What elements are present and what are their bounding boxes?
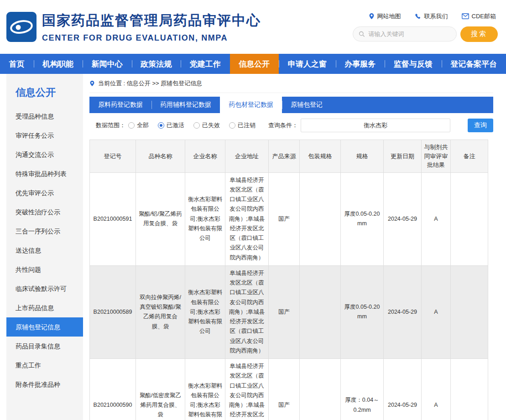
col-remark: 备注	[451, 140, 488, 173]
contact-label: 联系我们	[424, 12, 448, 21]
col-product-name: 品种名称	[136, 140, 185, 173]
col-origin: 产品来源	[269, 140, 300, 173]
cell-review-result: A	[422, 172, 451, 265]
nav-item-party[interactable]: 党建工作	[181, 54, 230, 74]
radio-cancelled[interactable]: 已注销	[229, 121, 256, 130]
radio-all-dot	[128, 122, 135, 129]
nav-item-supervision[interactable]: 监督与反馈	[385, 54, 442, 74]
nav-item-applicant-window[interactable]: 申请人之窗	[279, 54, 336, 74]
cell-reg-no: B20210000590	[90, 359, 136, 420]
sitemap-link[interactable]: 网站地图	[369, 12, 401, 21]
sidebar-item-marketed-drugs[interactable]: 上市药品信息	[6, 298, 83, 317]
cell-updated: 2024-05-29	[384, 172, 422, 265]
sidebar-item-accepted-varieties[interactable]: 受理品种信息	[6, 107, 83, 126]
cell-company: 衡水杰彩塑料包装有限公司;衡水杰彩塑料包装有限公司	[185, 359, 225, 420]
tab-api-registration-data[interactable]: 原料药登记数据	[89, 97, 151, 113]
search-input[interactable]	[368, 31, 451, 37]
location-pin-icon	[369, 13, 375, 20]
header-right: 网站地图 联系我们 CDE邮箱 搜索	[353, 12, 498, 42]
cell-remark	[451, 172, 488, 265]
sidebar-item-drug-catalog[interactable]: 药品目录集信息	[6, 337, 83, 356]
sidebar-item-raw-aux-pack-registration[interactable]: 原辅包登记信息	[6, 317, 83, 337]
searchbar: 搜索	[353, 26, 498, 42]
cell-company: 衡水杰彩塑料包装有限公司;衡水杰彩塑料包装有限公司	[185, 172, 225, 265]
query-input[interactable]	[301, 119, 450, 132]
sidebar-item-communication[interactable]: 沟通交流公示	[6, 145, 83, 164]
mailbox-link[interactable]: CDE邮箱	[462, 12, 496, 21]
contact-link[interactable]: 联系我们	[415, 12, 448, 21]
sidebar-item-review-tasks[interactable]: 审评任务公示	[6, 126, 83, 145]
sidebar-item-breakthrough-therapy[interactable]: 突破性治疗公示	[6, 202, 83, 222]
mail-icon	[462, 13, 469, 19]
radio-all-label: 全部	[137, 121, 149, 130]
nav-item-home[interactable]: 首页	[0, 54, 34, 74]
sidebar-item-common-issues[interactable]: 共性问题	[6, 260, 83, 279]
breadcrumb-text: 当前位置 : 信息公开 >> 原辅包登记信息	[98, 79, 202, 88]
search-icon	[359, 31, 365, 37]
sidebar: 信息公开 受理品种信息 审评任务公示 沟通交流公示 特殊审批品种列表 优先审评公…	[6, 74, 83, 420]
nav-item-policies[interactable]: 政策法规	[132, 54, 181, 74]
scope-radio-group: 全部 已激活 已失效 已注销	[128, 121, 256, 130]
cell-address: 阜城县经济开发区北区（霞口镇工业区八友公司院内西南角）;阜城县经济开发区北区（霞…	[225, 359, 269, 420]
radio-activated-label: 已激活	[167, 121, 184, 130]
breadcrumb-pin-icon	[89, 80, 95, 87]
cell-origin: 国产	[269, 265, 300, 358]
breadcrumb: 当前位置 : 信息公开 >> 原辅包登记信息	[89, 74, 493, 93]
cell-product-name: 双向拉伸聚丙烯/真空镀铝聚酯/聚乙烯药用复合膜、袋	[136, 265, 185, 358]
sidebar-item-three-in-one[interactable]: 三合一序列公示	[6, 222, 83, 241]
cell-reg-no: B20210000589	[90, 265, 136, 358]
sidebar-item-conditional-approval[interactable]: 附条件批准品种	[6, 375, 83, 394]
cell-updated: 2024-05-29	[384, 265, 422, 358]
table-row: B20210000589 双向拉伸聚丙烯/真空镀铝聚酯/聚乙烯药用复合膜、袋 衡…	[90, 265, 488, 358]
sitemap-label: 网站地图	[377, 12, 401, 21]
search-pill	[353, 26, 457, 41]
phone-icon	[415, 13, 422, 20]
sidebar-item-key-work[interactable]: 重点工作	[6, 356, 83, 375]
cell-review-result: A	[422, 265, 451, 358]
filter-bar: 数据范围： 全部 已激活 已失效	[89, 113, 493, 138]
nav-item-registration-platform[interactable]: 登记备案平台	[442, 54, 506, 74]
nav-item-news[interactable]: 新闻中心	[83, 54, 132, 74]
tab-packaging-registration-data[interactable]: 药包材登记数据	[220, 97, 282, 113]
sidebar-item-delivery-info[interactable]: 送达信息	[6, 241, 83, 260]
search-button[interactable]: 搜索	[460, 26, 498, 42]
radio-activated[interactable]: 已激活	[158, 121, 184, 130]
top-nav: 首页 机构职能 新闻中心 政策法规 党建工作 信息公开 申请人之窗 办事服务 监…	[0, 54, 506, 74]
tab-excipient-registration-data[interactable]: 药用辅料登记数据	[151, 97, 220, 113]
body-wrap: 信息公开 受理品种信息 审评任务公示 沟通交流公示 特殊审批品种列表 优先审评公…	[0, 74, 506, 420]
cell-spec: 厚度：0.04～0.2mm	[341, 359, 384, 420]
site-title-cn: 国家药品监督管理局药品审评中心	[42, 11, 261, 30]
sidebar-item-special-approval[interactable]: 特殊审批品种列表	[6, 164, 83, 183]
sidebar-item-priority-review[interactable]: 优先审评公示	[6, 183, 83, 202]
cell-address: 阜城县经济开发区北区（霞口镇工业区八友公司院内西南角）;阜城县经济开发区北区（霞…	[225, 172, 269, 265]
query-label: 查询条件：	[268, 121, 298, 130]
main-content: 当前位置 : 信息公开 >> 原辅包登记信息 原料药登记数据 药用辅料登记数据 …	[83, 74, 493, 420]
nav-item-functions[interactable]: 机构职能	[34, 54, 83, 74]
sidebar-title: 信息公开	[6, 81, 83, 107]
radio-all[interactable]: 全部	[128, 121, 149, 130]
radio-expired-label: 已失效	[202, 121, 220, 130]
nav-item-info-disclosure[interactable]: 信息公开	[230, 54, 279, 74]
page: 国家药品监督管理局药品审评中心 CENTER FOR DRUG EVALUATI…	[0, 0, 506, 420]
cell-remark	[451, 359, 488, 420]
cell-spec: 厚度0.05-0.20mm	[341, 172, 384, 265]
nav-item-services[interactable]: 办事服务	[336, 54, 385, 74]
quick-links: 网站地图 联系我们 CDE邮箱	[369, 12, 498, 21]
cell-package-spec	[300, 172, 341, 265]
sidebar-item-clinical-trial-license[interactable]: 临床试验默示许可	[6, 279, 83, 298]
site-titles: 国家药品监督管理局药品审评中心 CENTER FOR DRUG EVALUATI…	[42, 11, 261, 43]
site-header: 国家药品监督管理局药品审评中心 CENTER FOR DRUG EVALUATI…	[0, 0, 506, 54]
tab-raw-aux-pack-registration[interactable]: 原辅包登记	[282, 97, 331, 113]
cell-address: 阜城县经济开发区北区（霞口镇工业区八友公司院内西南角）;阜城县经济开发区北区（霞…	[225, 265, 269, 358]
site-title-en: CENTER FOR DRUG EVALUATION, NMPA	[42, 33, 261, 43]
col-updated: 更新日期	[384, 140, 422, 173]
query-button[interactable]: 查询	[468, 119, 493, 132]
table-row: B20210000590 聚酯/低密度聚乙烯药用复合膜、袋 衡水杰彩塑料包装有限…	[90, 359, 488, 420]
cell-origin: 国产	[269, 359, 300, 420]
table-header-row: 登记号 品种名称 企业名称 企业地址 产品来源 包装规格 规格 更新日期 与制剂…	[90, 140, 488, 173]
radio-expired-dot	[193, 122, 200, 129]
cell-reg-no: B20210000591	[90, 172, 136, 265]
radio-expired[interactable]: 已失效	[193, 121, 220, 130]
cell-origin: 国产	[269, 172, 300, 265]
col-reg-no: 登记号	[90, 140, 136, 173]
